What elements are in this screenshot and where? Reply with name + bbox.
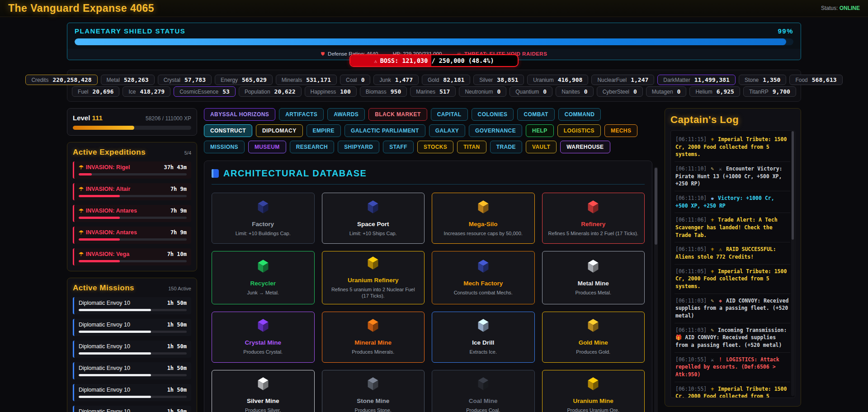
expedition-timer: 7h 10m [167,251,187,257]
building-card-refinery[interactable]: RefineryRefines 5 Minerals into 2 Fuel (… [542,193,645,244]
tab-abyssal-horizons[interactable]: ABYSSAL HORIZONS [204,108,275,121]
expedition-progress-fill [79,260,120,262]
log-timestamp: [06:11:03] [675,298,710,304]
resource-pill-ice[interactable]: Ice418,279 [123,86,170,97]
tab-museum[interactable]: MUSEUM [248,141,286,153]
tab-logistics[interactable]: LOGISTICS [557,124,601,137]
tab-vault[interactable]: VAULT [526,141,557,153]
tab-trade[interactable]: TRADE [490,141,522,153]
resource-pill-mutagen[interactable]: Mutagen0 [646,86,687,97]
tab-awards[interactable]: AWARDS [327,108,365,121]
resource-pill-minerals[interactable]: Minerals531,171 [276,75,337,85]
resource-pill-metal[interactable]: Metal528,263 [101,75,155,85]
building-description: Produces Silver. [245,407,281,412]
tab-shipyard[interactable]: SHIPYARD [338,141,379,153]
building-name: Gold Mine [579,339,608,346]
resource-pill-cosmicessence[interactable]: CosmicEssence53 [174,86,236,97]
resource-pill-food[interactable]: Food568,613 [789,75,842,85]
building-card-stone-mine[interactable]: Stone MineProduces Stone. [322,370,425,412]
building-card-metal-mine[interactable]: Metal MineProduces Metal. [542,251,645,304]
missions-title: Active Missions [73,284,134,293]
tab-command[interactable]: COMMAND [558,108,601,121]
resource-pill-crystal[interactable]: Crystal57,783 [158,75,212,85]
tab-galaxy[interactable]: GALAXY [429,124,465,137]
resource-pill-cybersteel[interactable]: CyberSteel0 [597,86,643,97]
mission-item[interactable]: Diplomatic Envoy 101h 50m [73,384,191,401]
level-label: Level 111 [73,114,103,122]
tab-colonies[interactable]: COLONIES [472,108,514,121]
missions-badge: 150 Active [168,286,191,291]
tab-warehouse[interactable]: WAREHOUSE [560,141,610,153]
resource-pill-silver[interactable]: Silver38,851 [473,75,524,85]
resource-pill-stone[interactable]: Stone1,350 [739,75,787,85]
resource-pill-population[interactable]: Population20,622 [239,86,302,97]
tab-black-market[interactable]: BLACK MARKET [368,108,427,121]
resource-pill-junk[interactable]: Junk1,477 [373,75,419,85]
mission-item[interactable]: Diplomatic Envoy 101h 50m [73,406,191,412]
resource-pill-titanrp[interactable]: TitanRP9,700 [743,86,796,97]
resource-pill-neutronium[interactable]: Neutronium0 [459,86,506,97]
resource-pill-nuclearfuel[interactable]: NuclearFuel1,247 [591,75,654,85]
tab-mechs[interactable]: MECHS [604,124,637,137]
tab-combat[interactable]: COMBAT [517,108,554,121]
building-card-space-port[interactable]: Space PortLimit: +10 Ships Cap. [322,193,425,244]
parachute-icon: ☂ [79,208,84,214]
building-description: Junk → Metal. [247,289,279,296]
resource-pill-energy[interactable]: Energy565,029 [215,75,273,85]
building-card-mech-factory[interactable]: Mech FactoryConstructs combat Mechs. [432,251,535,304]
resource-pill-helium[interactable]: Helium6,925 [689,86,740,97]
resource-pill-credits[interactable]: Credits220,258,428 [25,75,97,85]
mission-item[interactable]: Diplomatic Envoy 101h 50m [73,341,191,358]
tab-stocks[interactable]: STOCKS [417,141,453,153]
resource-pill-darkmatter[interactable]: DarkMatter11,499,381 [657,75,736,85]
resource-pill-fuel[interactable]: Fuel20,696 [72,86,119,97]
expedition-item[interactable]: ☂INVASION: Vega7h 10m [73,248,191,265]
log-scrollbar[interactable] [791,130,794,396]
tab-construct[interactable]: CONSTRUCT [204,124,252,137]
resource-pill-quantium[interactable]: Quantium0 [509,86,552,97]
resource-pill-gold[interactable]: Gold82,181 [422,75,470,85]
building-card-silver-mine[interactable]: Silver MineProduces Silver. [212,370,315,412]
building-cube-icon [587,259,599,275]
building-card-uranium-mine[interactable]: Uranium MineProduces Uranium Ore. [542,370,645,412]
resource-pill-marines[interactable]: Marines517 [410,86,456,97]
resource-pill-biomass[interactable]: Biomass950 [360,86,407,97]
mission-item[interactable]: Diplomatic Envoy 101h 50m [73,362,191,379]
tab-research[interactable]: RESEARCH [290,141,335,153]
tab-capital[interactable]: CAPITAL [431,108,468,121]
expedition-item[interactable]: ☂INVASION: Antares7h 9m [73,227,191,244]
resource-label: Gold [428,77,439,83]
expedition-item[interactable]: ☂INVASION: Antares7h 9m [73,205,191,222]
building-cube-icon [257,259,269,275]
tab-artifacts[interactable]: ARTIFACTS [279,108,324,121]
tab-titan[interactable]: TITAN [457,141,486,153]
building-card-mega-silo[interactable]: Mega-SiloIncreases resource caps by 50,0… [432,193,535,244]
content-scrollbar[interactable] [654,167,658,412]
building-card-mineral-mine[interactable]: Mineral MineProduces Minerals. [322,312,425,363]
building-card-ice-drill[interactable]: Ice DrillExtracts Ice. [432,312,535,363]
log-timestamp: [06:11:05] [675,246,710,252]
building-card-factory[interactable]: FactoryLimit: +10 Buildings Cap. [212,193,315,244]
tab-diplomacy[interactable]: DIPLOMACY [256,124,303,137]
expedition-item[interactable]: ☂INVASION: Altair7h 9m [73,183,191,200]
tab-governance[interactable]: GOVERNANCE [469,124,522,137]
resource-pill-happiness[interactable]: Happiness100 [305,86,357,97]
resource-pill-uranium[interactable]: Uranium416,908 [527,75,588,85]
building-card-coal-mine[interactable]: Coal MineProduces Coal. [432,370,535,412]
tab-staff[interactable]: STAFF [383,141,414,153]
shield-bar-fill [75,38,786,45]
building-card-gold-mine[interactable]: Gold MineProduces Gold. [542,312,645,363]
building-card-recycler[interactable]: RecyclerJunk → Metal. [212,251,315,304]
tab-empire[interactable]: EMPIRE [307,124,341,137]
mission-item[interactable]: Diplomatic Envoy 101h 50m [73,319,191,336]
resource-pill-coal[interactable]: Coal0 [340,75,371,85]
expedition-item[interactable]: ☂INVASION: Rigel37h 43m [73,161,191,179]
building-card-uranium-refinery[interactable]: Uranium RefineryRefines 5 uranium into 2… [322,251,425,304]
tab-galactic-parliament[interactable]: GALACTIC PARLIAMENT [344,124,425,137]
tab-help[interactable]: HELP [526,124,554,137]
mission-item[interactable]: Diplomatic Envoy 101h 50m [73,297,191,314]
construct-heading: ARCHITECTURAL DATABASE [223,168,367,179]
tab-missions[interactable]: MISSIONS [204,141,245,153]
resource-pill-nanites[interactable]: Nanites0 [556,86,594,97]
building-card-crystal-mine[interactable]: Crystal MineProduces Crystal. [212,312,315,363]
